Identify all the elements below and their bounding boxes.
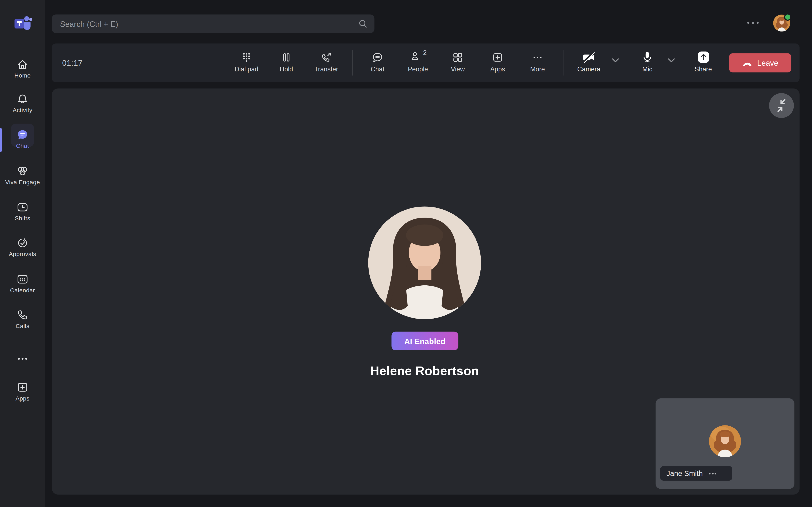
ai-enabled-badge: AI Enabled bbox=[392, 332, 458, 350]
toolbar-item-label: People bbox=[408, 66, 428, 73]
sidebar-item-label: Chat bbox=[16, 143, 29, 149]
self-view-pip[interactable]: Jane Smith bbox=[656, 398, 794, 489]
toolbar-item-label: Transfer bbox=[314, 66, 338, 73]
view-grid-icon bbox=[452, 51, 464, 63]
toolbar-item-label: Chat bbox=[371, 66, 385, 73]
sidebar-item-approvals[interactable]: Approvals bbox=[0, 236, 45, 257]
leave-button-label: Leave bbox=[757, 59, 778, 67]
topbar-more-menu[interactable] bbox=[747, 22, 759, 24]
calls-icon bbox=[16, 308, 29, 321]
toolbar-view[interactable]: View bbox=[438, 50, 477, 73]
status-available-dot bbox=[784, 13, 791, 21]
toolbar-item-label: Camera bbox=[577, 66, 600, 73]
mic-options-chevron-down-icon[interactable] bbox=[668, 58, 675, 63]
people-count-badge: 2 bbox=[423, 49, 427, 56]
call-stage: AI Enabled Helene Robertson Jane Smith bbox=[52, 89, 800, 495]
chat-bubble-icon bbox=[371, 51, 384, 63]
more-dots-icon bbox=[531, 51, 544, 63]
share-up-icon bbox=[697, 51, 710, 64]
transfer-icon bbox=[320, 51, 333, 63]
mic-icon bbox=[641, 51, 654, 64]
sidebar-item-shifts[interactable]: Shifts bbox=[0, 201, 45, 221]
sidebar-item-calendar[interactable]: Calendar bbox=[0, 273, 45, 293]
home-icon bbox=[16, 58, 29, 71]
sidebar-item-viva-engage[interactable]: Viva Engage bbox=[0, 165, 45, 185]
sidebar-item-chat[interactable]: Chat bbox=[0, 128, 45, 149]
sidebar-item-apps[interactable]: Apps bbox=[0, 381, 45, 401]
sidebar-item-home[interactable]: Home bbox=[0, 58, 45, 78]
minimize-stage-button[interactable] bbox=[769, 93, 794, 118]
toolbar-item-label: Mic bbox=[642, 66, 652, 73]
teams-app-window: Home Activity Chat Viva Engage bbox=[0, 0, 812, 507]
people-icon bbox=[409, 50, 422, 63]
toolbar-item-label: Hold bbox=[280, 66, 293, 73]
toolbar-camera[interactable]: Camera bbox=[569, 50, 608, 73]
sidebar-item-label: Activity bbox=[13, 107, 32, 113]
camera-options-chevron-down-icon[interactable] bbox=[612, 58, 619, 63]
sidebar-item-label: Approvals bbox=[9, 251, 36, 257]
apps-plus-icon bbox=[492, 51, 504, 63]
search-bar[interactable] bbox=[52, 14, 374, 33]
toolbar-divider bbox=[352, 50, 353, 76]
activity-bell-icon bbox=[16, 93, 29, 105]
toolbar-people[interactable]: 2 People bbox=[398, 50, 438, 73]
pip-name-pill: Jane Smith bbox=[660, 466, 732, 481]
toolbar-transfer[interactable]: Transfer bbox=[307, 50, 346, 73]
hang-up-icon bbox=[742, 59, 753, 66]
viva-engage-icon bbox=[16, 165, 29, 177]
call-timer: 01:17 bbox=[62, 44, 83, 82]
participant-avatar-photo bbox=[368, 207, 481, 319]
pip-avatar-photo bbox=[709, 425, 741, 457]
toolbar-dial-pad[interactable]: Dial pad bbox=[227, 50, 266, 73]
sidebar-item-calls[interactable]: Calls bbox=[0, 308, 45, 329]
search-icon bbox=[358, 19, 368, 29]
participant-avatar bbox=[368, 207, 481, 319]
sidebar-item-label: Calendar bbox=[10, 287, 35, 293]
hold-icon bbox=[280, 51, 293, 63]
toolbar-item-label: Dial pad bbox=[235, 66, 258, 73]
pip-participant-name: Jane Smith bbox=[666, 469, 703, 477]
sidebar-item-label: Viva Engage bbox=[5, 179, 40, 185]
toolbar-hold[interactable]: Hold bbox=[267, 50, 306, 73]
sidebar-item-label: Calls bbox=[16, 323, 30, 329]
teams-logo-icon bbox=[13, 13, 33, 33]
toolbar-mic[interactable]: Mic bbox=[627, 50, 667, 73]
call-controls-toolbar: 01:17 Dial pad Hold Transfer bbox=[52, 44, 800, 82]
sidebar-item-label: Home bbox=[14, 72, 31, 78]
app-sidebar: Home Activity Chat Viva Engage bbox=[0, 0, 45, 507]
sidebar-item-label: Apps bbox=[15, 395, 30, 401]
sidebar-item-more[interactable] bbox=[0, 352, 45, 365]
camera-off-icon bbox=[582, 51, 596, 63]
toolbar-share[interactable]: Share bbox=[683, 50, 723, 73]
toolbar-item-label: More bbox=[530, 66, 545, 73]
dial-pad-icon bbox=[240, 51, 253, 63]
user-avatar[interactable] bbox=[773, 14, 790, 32]
sidebar-item-activity[interactable]: Activity bbox=[0, 93, 45, 113]
pip-avatar bbox=[709, 425, 741, 457]
calendar-icon bbox=[16, 273, 29, 286]
more-icon bbox=[16, 352, 29, 365]
toolbar-item-label: Share bbox=[695, 66, 712, 73]
pip-more-menu[interactable] bbox=[709, 472, 716, 474]
chat-icon bbox=[16, 128, 29, 141]
toolbar-item-label: Apps bbox=[490, 66, 505, 73]
apps-icon bbox=[16, 381, 29, 394]
search-input[interactable] bbox=[52, 14, 374, 33]
toolbar-chat[interactable]: Chat bbox=[358, 50, 397, 73]
toolbar-apps[interactable]: Apps bbox=[478, 50, 517, 73]
toolbar-more[interactable]: More bbox=[518, 50, 557, 73]
toolbar-divider bbox=[563, 50, 563, 76]
toolbar-item-label: View bbox=[451, 66, 465, 73]
sidebar-item-label: Shifts bbox=[15, 215, 30, 221]
collapse-arrows-icon bbox=[769, 93, 794, 118]
participant-name: Helene Robertson bbox=[321, 364, 528, 378]
leave-call-button[interactable]: Leave bbox=[729, 53, 791, 72]
shifts-icon bbox=[16, 201, 29, 214]
approvals-icon bbox=[16, 236, 29, 249]
